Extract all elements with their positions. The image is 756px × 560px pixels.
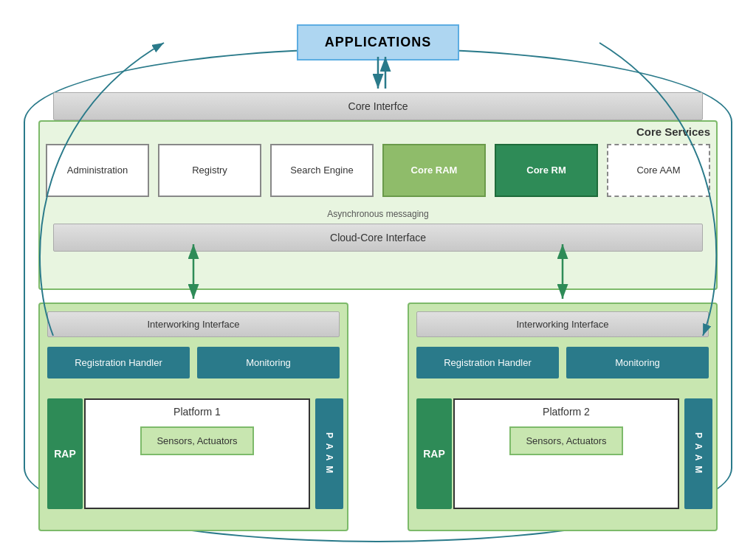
applications-box: APPLICATIONS xyxy=(297,24,459,61)
cloud-core-bar: Cloud-Core Interface xyxy=(53,224,703,252)
paam-left: P A A M xyxy=(315,398,343,509)
cloud-core-label: Cloud-Core Interface xyxy=(330,232,426,243)
rap-right: RAP xyxy=(416,398,452,509)
registration-handler-right: Registration Handler xyxy=(416,347,559,378)
interworking-bar-right: Interworking Interface xyxy=(416,311,709,337)
service-box-search-engine: Search Engine xyxy=(270,144,374,197)
platform-inner-left: Platform 1 Sensors, Actuators xyxy=(84,398,310,509)
paam-right: P A A M xyxy=(684,398,712,509)
platform-right: Interworking Interface Registration Hand… xyxy=(408,303,718,531)
handler-row-right: Registration Handler Monitoring xyxy=(416,347,709,378)
core-interface-label: Core Interfce xyxy=(348,100,408,112)
platform-left: Interworking Interface Registration Hand… xyxy=(38,303,348,531)
async-label: Asynchronous messaging xyxy=(327,209,428,219)
service-box-core-rm: Core RM xyxy=(495,144,598,197)
diagram-container: APPLICATIONS Core Interfce Core Services… xyxy=(16,11,740,550)
services-row: Administration Registry Search Engine Co… xyxy=(46,144,710,197)
sensors-right: Sensors, Actuators xyxy=(509,426,622,455)
rap-left: RAP xyxy=(47,398,83,509)
registration-handler-left: Registration Handler xyxy=(47,347,190,378)
platform-label-right: Platform 2 xyxy=(543,406,590,418)
handler-row-left: Registration Handler Monitoring xyxy=(47,347,340,378)
service-box-administration: Administration xyxy=(46,144,149,197)
platform-label-left: Platform 1 xyxy=(173,406,221,418)
applications-label: APPLICATIONS xyxy=(325,35,432,49)
service-box-registry: Registry xyxy=(158,144,261,197)
service-box-core-ram: Core RAM xyxy=(382,144,486,197)
core-services-label: Core Services xyxy=(636,125,710,138)
platform-inner-right: Platform 2 Sensors, Actuators xyxy=(453,398,679,509)
monitoring-right: Monitoring xyxy=(566,347,709,378)
service-box-core-aam: Core AAM xyxy=(607,144,710,197)
interworking-bar-left: Interworking Interface xyxy=(47,311,340,337)
sensors-left: Sensors, Actuators xyxy=(140,426,253,455)
core-interface-bar: Core Interfce xyxy=(53,92,703,120)
monitoring-left: Monitoring xyxy=(197,347,340,378)
